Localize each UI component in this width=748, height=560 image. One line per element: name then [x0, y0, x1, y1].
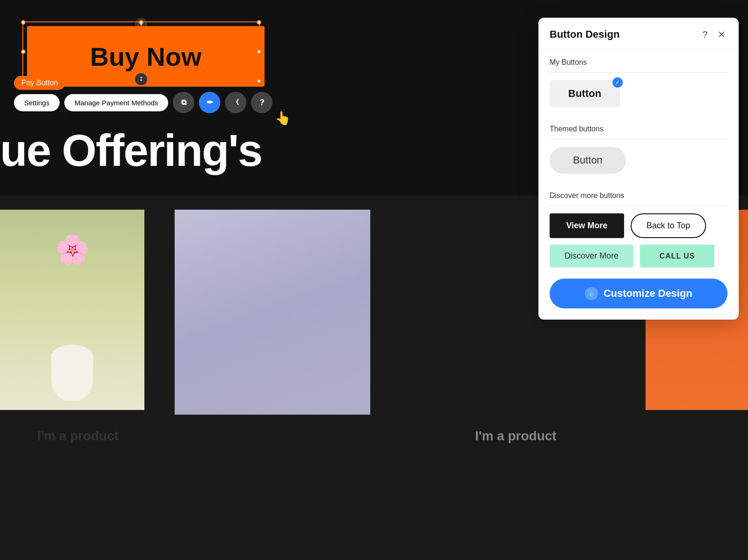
my-buttons-label: My Buttons — [538, 50, 739, 72]
product-text-right: I'm a product — [475, 429, 557, 444]
discover-more-label: Discover more buttons — [538, 183, 739, 205]
customize-design-label: Customize Design — [604, 287, 693, 300]
view-more-button[interactable]: View More — [550, 213, 624, 238]
selected-checkmark: ✓ — [612, 77, 623, 88]
view-more-label: View More — [566, 221, 608, 230]
themed-button-1[interactable]: Button — [550, 147, 626, 174]
my-button-preview-1: Button ✓ — [550, 80, 620, 107]
button-design-panel: Button Design ? ✕ My Buttons Button ✓ — [538, 18, 739, 320]
discover-more-button[interactable]: Discover More — [550, 245, 633, 267]
customize-design-button[interactable]: 💧 Customize Design — [550, 279, 728, 308]
themed-button-1-label: Button — [573, 154, 603, 166]
pay-button-tag: Pay Button — [14, 76, 65, 90]
call-us-label: CALL US — [660, 252, 695, 260]
my-button-1-label: Button — [568, 88, 601, 99]
panel-help-button[interactable]: ? — [700, 27, 709, 42]
themed-buttons-label: Themed buttons — [538, 116, 739, 139]
panel-close-button[interactable]: ✕ — [716, 27, 728, 42]
toolbar: Settings Manage Payment Methods ⧉ ✒ 《 ? — [14, 92, 272, 113]
back-to-top-label: Back to Top — [646, 221, 690, 230]
panel-header-icons: ? ✕ — [700, 27, 728, 42]
product-image-left: 🌸 — [0, 210, 144, 410]
my-buttons-grid: Button ✓ — [538, 73, 739, 116]
layers-icon: 《 — [232, 98, 239, 107]
panel-title: Button Design — [550, 28, 619, 41]
panel-close-icon: ✕ — [718, 29, 726, 40]
help-button[interactable]: ? — [251, 92, 272, 113]
offerings-text: ue Offering's — [0, 125, 262, 176]
layers-button[interactable]: 《 — [225, 92, 246, 113]
back-to-top-button[interactable]: Back to Top — [631, 213, 706, 238]
question-icon: ? — [259, 98, 265, 108]
copy-button[interactable]: ⧉ — [173, 92, 194, 113]
my-button-1[interactable]: Button — [550, 80, 620, 107]
tote-bag-visual — [175, 210, 370, 415]
settings-button[interactable]: Settings — [14, 94, 60, 111]
themed-buttons-grid: Button — [538, 139, 739, 183]
pen-icon: ✒ — [206, 97, 213, 108]
copy-icon: ⧉ — [181, 98, 186, 107]
discover-more-label: Discover More — [564, 251, 619, 260]
panel-help-icon: ? — [702, 29, 707, 40]
manage-payment-button[interactable]: Manage Payment Methods — [64, 94, 168, 111]
discover-buttons-grid: View More Back to Top Discover More CALL… — [538, 206, 739, 277]
product-text-left: I'm a product — [37, 429, 119, 444]
panel-header: Button Design ? ✕ — [538, 18, 739, 50]
design-button[interactable]: ✒ — [199, 92, 220, 113]
flowers-decoration: 🌸 — [55, 233, 90, 266]
vase-shape — [51, 345, 93, 401]
product-image-center — [175, 210, 370, 415]
call-us-button[interactable]: CALL US — [640, 245, 714, 267]
customize-icon: 💧 — [585, 287, 598, 300]
themed-button-preview-1: Button — [550, 147, 626, 174]
panel-body: My Buttons Button ✓ Themed buttons Butto… — [538, 50, 739, 308]
checkmark-icon: ✓ — [615, 79, 620, 86]
